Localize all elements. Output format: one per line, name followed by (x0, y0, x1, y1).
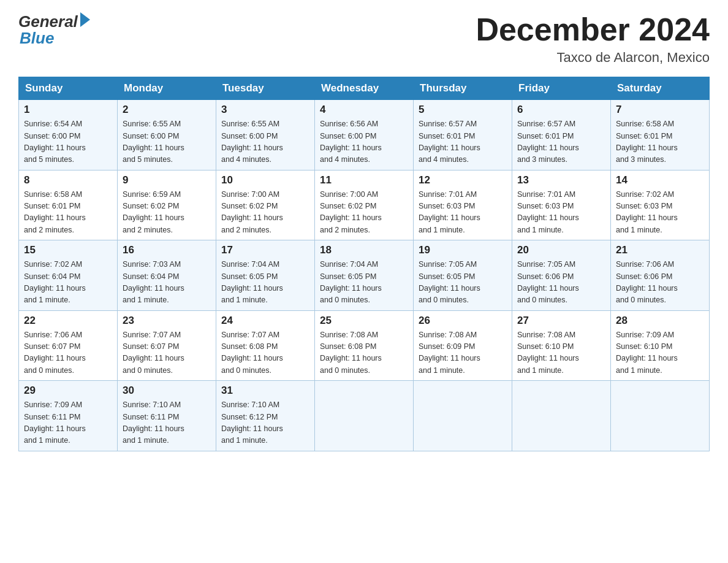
calendar-day-cell (512, 381, 611, 451)
day-info: Sunrise: 7:05 AMSunset: 6:05 PMDaylight:… (419, 259, 507, 307)
day-number: 22 (24, 315, 112, 327)
calendar-day-cell: 26Sunrise: 7:08 AMSunset: 6:09 PMDayligh… (414, 310, 512, 381)
calendar-day-cell: 23Sunrise: 7:07 AMSunset: 6:07 PMDayligh… (118, 310, 216, 381)
day-info: Sunrise: 7:10 AMSunset: 6:12 PMDaylight:… (221, 399, 309, 447)
day-info: Sunrise: 7:04 AMSunset: 6:05 PMDaylight:… (221, 259, 309, 307)
calendar-day-cell: 16Sunrise: 7:03 AMSunset: 6:04 PMDayligh… (118, 240, 216, 311)
day-info: Sunrise: 7:03 AMSunset: 6:04 PMDaylight:… (123, 259, 211, 307)
day-info: Sunrise: 7:10 AMSunset: 6:11 PMDaylight:… (123, 399, 211, 447)
calendar-table: SundayMondayTuesdayWednesdayThursdayFrid… (18, 77, 710, 451)
day-info: Sunrise: 7:06 AMSunset: 6:07 PMDaylight:… (24, 329, 112, 377)
calendar-day-cell: 20Sunrise: 7:05 AMSunset: 6:06 PMDayligh… (512, 240, 611, 311)
weekday-header-saturday: Saturday (611, 77, 710, 100)
day-number: 25 (320, 315, 408, 327)
day-number: 4 (320, 104, 408, 116)
day-number: 17 (221, 244, 309, 256)
day-info: Sunrise: 7:02 AMSunset: 6:03 PMDaylight:… (616, 189, 704, 237)
day-number: 9 (123, 174, 211, 186)
day-info: Sunrise: 6:57 AMSunset: 6:01 PMDaylight:… (517, 118, 605, 166)
calendar-day-cell: 17Sunrise: 7:04 AMSunset: 6:05 PMDayligh… (216, 240, 315, 311)
calendar-day-cell: 21Sunrise: 7:06 AMSunset: 6:06 PMDayligh… (611, 240, 710, 311)
weekday-header-row: SundayMondayTuesdayWednesdayThursdayFrid… (19, 77, 710, 100)
day-info: Sunrise: 7:08 AMSunset: 6:10 PMDaylight:… (517, 329, 605, 377)
day-info: Sunrise: 6:54 AMSunset: 6:00 PMDaylight:… (24, 118, 112, 166)
calendar-day-cell: 1Sunrise: 6:54 AMSunset: 6:00 PMDaylight… (19, 100, 118, 170)
day-number: 12 (419, 174, 507, 186)
calendar-day-cell: 19Sunrise: 7:05 AMSunset: 6:05 PMDayligh… (414, 240, 512, 311)
calendar-day-cell: 11Sunrise: 7:00 AMSunset: 6:02 PMDayligh… (315, 170, 414, 240)
day-info: Sunrise: 7:08 AMSunset: 6:09 PMDaylight:… (419, 329, 507, 377)
calendar-day-cell: 24Sunrise: 7:07 AMSunset: 6:08 PMDayligh… (216, 310, 315, 381)
weekday-header-friday: Friday (512, 77, 611, 100)
day-info: Sunrise: 7:09 AMSunset: 6:11 PMDaylight:… (24, 399, 112, 447)
day-info: Sunrise: 6:57 AMSunset: 6:01 PMDaylight:… (419, 118, 507, 166)
day-number: 28 (616, 315, 704, 327)
calendar-day-cell: 12Sunrise: 7:01 AMSunset: 6:03 PMDayligh… (414, 170, 512, 240)
day-number: 18 (320, 244, 408, 256)
day-number: 13 (517, 174, 605, 186)
day-number: 31 (221, 385, 309, 397)
calendar-day-cell: 18Sunrise: 7:04 AMSunset: 6:05 PMDayligh… (315, 240, 414, 311)
day-number: 30 (123, 385, 211, 397)
day-number: 21 (616, 244, 704, 256)
calendar-day-cell: 29Sunrise: 7:09 AMSunset: 6:11 PMDayligh… (19, 381, 118, 451)
calendar-day-cell: 5Sunrise: 6:57 AMSunset: 6:01 PMDaylight… (414, 100, 512, 170)
day-info: Sunrise: 7:00 AMSunset: 6:02 PMDaylight:… (221, 189, 309, 237)
calendar-day-cell (315, 381, 414, 451)
day-number: 10 (221, 174, 309, 186)
weekday-header-wednesday: Wednesday (315, 77, 414, 100)
day-info: Sunrise: 7:06 AMSunset: 6:06 PMDaylight:… (616, 259, 704, 307)
day-info: Sunrise: 7:00 AMSunset: 6:02 PMDaylight:… (320, 189, 408, 237)
logo-arrow-icon (80, 12, 90, 27)
day-number: 15 (24, 244, 112, 256)
calendar-week-row: 15Sunrise: 7:02 AMSunset: 6:04 PMDayligh… (19, 240, 710, 311)
weekday-header-monday: Monday (118, 77, 216, 100)
day-info: Sunrise: 6:55 AMSunset: 6:00 PMDaylight:… (123, 118, 211, 166)
calendar-day-cell: 2Sunrise: 6:55 AMSunset: 6:00 PMDaylight… (118, 100, 216, 170)
page-header: General Blue December 2024 Taxco de Alar… (18, 12, 710, 66)
day-info: Sunrise: 7:08 AMSunset: 6:08 PMDaylight:… (320, 329, 408, 377)
calendar-day-cell: 30Sunrise: 7:10 AMSunset: 6:11 PMDayligh… (118, 381, 216, 451)
logo: General Blue (18, 12, 90, 48)
day-info: Sunrise: 6:59 AMSunset: 6:02 PMDaylight:… (123, 189, 211, 237)
day-number: 19 (419, 244, 507, 256)
day-info: Sunrise: 7:01 AMSunset: 6:03 PMDaylight:… (419, 189, 507, 237)
day-number: 24 (221, 315, 309, 327)
calendar-week-row: 29Sunrise: 7:09 AMSunset: 6:11 PMDayligh… (19, 381, 710, 451)
day-info: Sunrise: 7:07 AMSunset: 6:08 PMDaylight:… (221, 329, 309, 377)
calendar-day-cell (414, 381, 512, 451)
weekday-header-tuesday: Tuesday (216, 77, 315, 100)
day-info: Sunrise: 6:58 AMSunset: 6:01 PMDaylight:… (24, 189, 112, 237)
calendar-day-cell: 25Sunrise: 7:08 AMSunset: 6:08 PMDayligh… (315, 310, 414, 381)
calendar-day-cell (611, 381, 710, 451)
calendar-week-row: 8Sunrise: 6:58 AMSunset: 6:01 PMDaylight… (19, 170, 710, 240)
day-number: 8 (24, 174, 112, 186)
day-info: Sunrise: 7:09 AMSunset: 6:10 PMDaylight:… (616, 329, 704, 377)
day-number: 5 (419, 104, 507, 116)
title-section: December 2024 Taxco de Alarcon, Mexico (476, 12, 710, 66)
day-number: 14 (616, 174, 704, 186)
day-number: 2 (123, 104, 211, 116)
logo-blue-text: Blue (18, 29, 54, 48)
calendar-day-cell: 8Sunrise: 6:58 AMSunset: 6:01 PMDaylight… (19, 170, 118, 240)
day-number: 1 (24, 104, 112, 116)
day-number: 7 (616, 104, 704, 116)
day-info: Sunrise: 7:01 AMSunset: 6:03 PMDaylight:… (517, 189, 605, 237)
day-info: Sunrise: 7:07 AMSunset: 6:07 PMDaylight:… (123, 329, 211, 377)
day-info: Sunrise: 7:05 AMSunset: 6:06 PMDaylight:… (517, 259, 605, 307)
day-number: 11 (320, 174, 408, 186)
day-info: Sunrise: 6:58 AMSunset: 6:01 PMDaylight:… (616, 118, 704, 166)
calendar-day-cell: 22Sunrise: 7:06 AMSunset: 6:07 PMDayligh… (19, 310, 118, 381)
day-number: 16 (123, 244, 211, 256)
month-title: December 2024 (476, 12, 710, 47)
calendar-day-cell: 9Sunrise: 6:59 AMSunset: 6:02 PMDaylight… (118, 170, 216, 240)
calendar-day-cell: 15Sunrise: 7:02 AMSunset: 6:04 PMDayligh… (19, 240, 118, 311)
day-info: Sunrise: 7:02 AMSunset: 6:04 PMDaylight:… (24, 259, 112, 307)
day-info: Sunrise: 6:56 AMSunset: 6:00 PMDaylight:… (320, 118, 408, 166)
calendar-day-cell: 6Sunrise: 6:57 AMSunset: 6:01 PMDaylight… (512, 100, 611, 170)
day-number: 6 (517, 104, 605, 116)
location-text: Taxco de Alarcon, Mexico (476, 50, 710, 66)
calendar-week-row: 22Sunrise: 7:06 AMSunset: 6:07 PMDayligh… (19, 310, 710, 381)
calendar-day-cell: 4Sunrise: 6:56 AMSunset: 6:00 PMDaylight… (315, 100, 414, 170)
weekday-header-sunday: Sunday (19, 77, 118, 100)
